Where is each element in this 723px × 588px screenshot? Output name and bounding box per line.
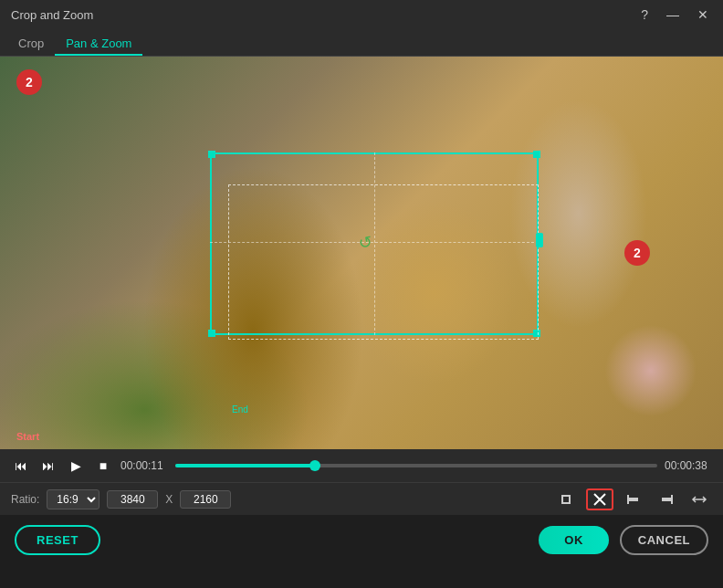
close-crop-button[interactable] (586, 488, 613, 510)
stop-button[interactable]: ■ (93, 456, 113, 476)
close-button[interactable]: ✕ (694, 6, 712, 23)
start-label: Start (16, 431, 39, 442)
title-bar-controls: ? — ✕ (637, 6, 712, 23)
ok-button[interactable]: OK (539, 526, 609, 554)
badge-left: 2 (16, 69, 42, 95)
progress-bar[interactable] (175, 464, 657, 467)
dimension-separator: X (165, 493, 173, 506)
align-right-button[interactable] (654, 489, 679, 509)
crosshair-vertical (374, 152, 375, 335)
svg-rect-3 (662, 498, 671, 501)
svg-rect-0 (627, 495, 629, 504)
tab-pan-zoom[interactable]: Pan & Zoom (55, 33, 142, 56)
ratio-select[interactable]: 16:9 (47, 489, 100, 509)
height-input[interactable] (180, 490, 231, 509)
skip-to-start-button[interactable]: ⏮ (11, 456, 31, 476)
total-time: 00:00:38 (665, 459, 712, 472)
progress-fill (175, 464, 315, 467)
playback-bar: ⏮ ⏭ ▶ ■ 00:00:11 00:00:38 (0, 449, 723, 482)
video-preview: 2 2 ↺ End Start (0, 57, 723, 449)
app-title: Crop and Zoom (11, 8, 93, 22)
frame-back-button[interactable]: ⏭ (38, 456, 58, 476)
flip-button[interactable] (686, 489, 712, 509)
svg-rect-2 (671, 495, 673, 504)
play-button[interactable]: ▶ (66, 456, 86, 476)
width-input[interactable] (107, 490, 158, 509)
ratio-label: Ratio: (11, 493, 39, 506)
minimize-button[interactable]: — (663, 6, 683, 23)
tab-crop[interactable]: Crop (7, 33, 55, 56)
action-bar: RESET OK CANCEL (0, 515, 723, 564)
badge-right: 2 (624, 240, 650, 266)
cancel-button[interactable]: CANCEL (620, 525, 708, 555)
reset-button[interactable]: RESET (15, 525, 100, 555)
title-bar: Crop and Zoom ? — ✕ (0, 0, 723, 29)
progress-thumb[interactable] (309, 460, 320, 471)
help-button[interactable]: ? (637, 6, 652, 23)
end-label: End (232, 404, 248, 415)
tabs-bar: Crop Pan & Zoom (0, 29, 723, 57)
title-bar-left: Crop and Zoom (11, 8, 93, 22)
align-left-button[interactable] (621, 489, 646, 509)
crop-icon-btn[interactable] (553, 489, 579, 509)
resize-handle-right[interactable] (536, 233, 543, 247)
bottom-toolbar: Ratio: 16:9 X (0, 482, 723, 515)
svg-rect-1 (629, 498, 638, 501)
current-time: 00:00:11 (120, 459, 168, 472)
